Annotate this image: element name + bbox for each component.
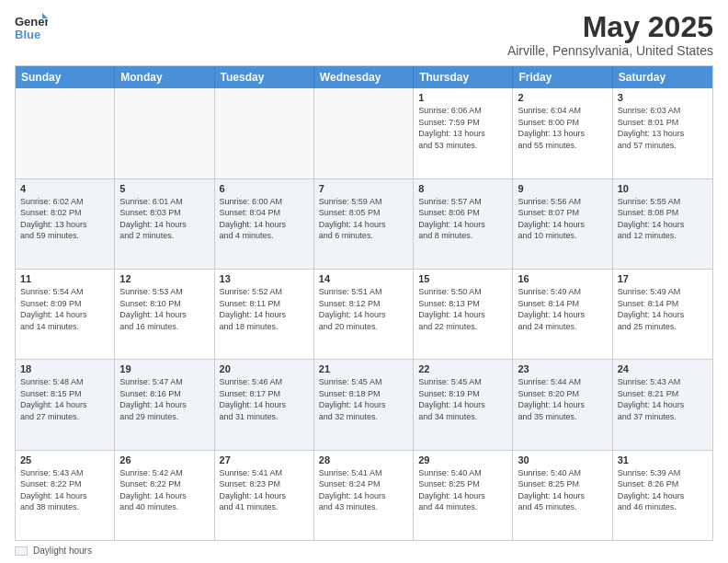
cal-cell: 28Sunrise: 5:41 AMSunset: 8:24 PMDayligh…	[314, 451, 414, 540]
day-info: Sunrise: 5:57 AMSunset: 8:06 PMDaylight:…	[418, 196, 507, 242]
cal-cell: 4Sunrise: 6:02 AMSunset: 8:02 PMDaylight…	[16, 179, 115, 269]
calendar-body: 1Sunrise: 6:06 AMSunset: 7:59 PMDaylight…	[16, 88, 712, 540]
cal-cell: 11Sunrise: 5:54 AMSunset: 8:09 PMDayligh…	[16, 270, 115, 359]
day-number: 6	[220, 183, 309, 194]
day-info: Sunrise: 5:41 AMSunset: 8:24 PMDaylight:…	[319, 467, 408, 513]
day-number: 2	[518, 92, 607, 103]
day-number: 16	[518, 273, 607, 284]
cal-cell: 10Sunrise: 5:55 AMSunset: 8:08 PMDayligh…	[613, 179, 712, 269]
day-number: 26	[119, 454, 209, 465]
svg-text:Blue: Blue	[15, 28, 40, 41]
day-number: 12	[119, 273, 209, 284]
day-info: Sunrise: 6:02 AMSunset: 8:02 PMDaylight:…	[20, 196, 109, 242]
day-info: Sunrise: 5:50 AMSunset: 8:13 PMDaylight:…	[418, 286, 507, 332]
legend-box	[15, 546, 28, 556]
day-info: Sunrise: 5:44 AMSunset: 8:20 PMDaylight:…	[518, 376, 607, 422]
day-info: Sunrise: 6:06 AMSunset: 7:59 PMDaylight:…	[418, 105, 507, 151]
day-number: 7	[319, 183, 408, 194]
cal-cell: 23Sunrise: 5:44 AMSunset: 8:20 PMDayligh…	[513, 360, 612, 449]
subtitle: Airville, Pennsylvania, United States	[507, 43, 713, 58]
day-number: 28	[319, 454, 408, 465]
cal-header-day: Friday	[513, 66, 612, 88]
day-info: Sunrise: 5:49 AMSunset: 8:14 PMDaylight:…	[518, 286, 607, 332]
cal-cell: 3Sunrise: 6:03 AMSunset: 8:01 PMDaylight…	[613, 88, 712, 178]
cal-week-row: 18Sunrise: 5:48 AMSunset: 8:15 PMDayligh…	[16, 360, 712, 450]
cal-cell: 19Sunrise: 5:47 AMSunset: 8:16 PMDayligh…	[115, 360, 214, 449]
day-number: 20	[220, 363, 309, 374]
cal-cell: 16Sunrise: 5:49 AMSunset: 8:14 PMDayligh…	[513, 270, 612, 359]
day-info: Sunrise: 5:51 AMSunset: 8:12 PMDaylight:…	[319, 286, 408, 332]
cal-cell: 14Sunrise: 5:51 AMSunset: 8:12 PMDayligh…	[314, 270, 414, 359]
day-number: 25	[20, 454, 109, 465]
day-info: Sunrise: 5:55 AMSunset: 8:08 PMDaylight:…	[618, 196, 708, 242]
day-number: 4	[20, 183, 109, 194]
cal-cell-empty	[16, 88, 115, 178]
day-info: Sunrise: 5:40 AMSunset: 8:25 PMDaylight:…	[418, 467, 507, 513]
cal-week-row: 11Sunrise: 5:54 AMSunset: 8:09 PMDayligh…	[16, 270, 712, 360]
cal-cell: 31Sunrise: 5:39 AMSunset: 8:26 PMDayligh…	[613, 451, 712, 540]
cal-cell: 21Sunrise: 5:45 AMSunset: 8:18 PMDayligh…	[314, 360, 414, 449]
page: General Blue May 2025 Airville, Pennsylv…	[0, 0, 728, 563]
day-number: 13	[220, 273, 309, 284]
day-number: 17	[618, 273, 708, 284]
footer: Daylight hours	[15, 546, 713, 556]
legend-label: Daylight hours	[33, 546, 92, 556]
cal-cell: 15Sunrise: 5:50 AMSunset: 8:13 PMDayligh…	[414, 270, 513, 359]
cal-cell: 8Sunrise: 5:57 AMSunset: 8:06 PMDaylight…	[414, 179, 513, 269]
cal-cell: 20Sunrise: 5:46 AMSunset: 8:17 PMDayligh…	[215, 360, 314, 449]
header: General Blue May 2025 Airville, Pennsylv…	[15, 11, 713, 58]
day-number: 14	[319, 273, 408, 284]
day-number: 21	[319, 363, 408, 374]
day-info: Sunrise: 5:56 AMSunset: 8:07 PMDaylight:…	[518, 196, 607, 242]
day-info: Sunrise: 5:48 AMSunset: 8:15 PMDaylight:…	[20, 376, 109, 422]
day-number: 23	[518, 363, 607, 374]
day-number: 19	[119, 363, 209, 374]
cal-cell-empty	[215, 88, 314, 178]
day-number: 11	[20, 273, 109, 284]
cal-week-row: 1Sunrise: 6:06 AMSunset: 7:59 PMDaylight…	[16, 88, 712, 178]
day-number: 5	[119, 183, 209, 194]
day-number: 1	[418, 92, 507, 103]
day-info: Sunrise: 5:41 AMSunset: 8:23 PMDaylight:…	[220, 467, 309, 513]
cal-cell: 7Sunrise: 5:59 AMSunset: 8:05 PMDaylight…	[314, 179, 414, 269]
cal-header-day: Wednesday	[314, 66, 414, 88]
logo-icon: General Blue	[15, 11, 48, 44]
cal-cell: 6Sunrise: 6:00 AMSunset: 8:04 PMDaylight…	[215, 179, 314, 269]
day-info: Sunrise: 5:40 AMSunset: 8:25 PMDaylight:…	[518, 467, 607, 513]
day-info: Sunrise: 5:45 AMSunset: 8:19 PMDaylight:…	[418, 376, 507, 422]
day-number: 8	[418, 183, 507, 194]
day-info: Sunrise: 5:59 AMSunset: 8:05 PMDaylight:…	[319, 196, 408, 242]
day-number: 10	[618, 183, 708, 194]
cal-cell: 2Sunrise: 6:04 AMSunset: 8:00 PMDaylight…	[513, 88, 612, 178]
day-info: Sunrise: 5:45 AMSunset: 8:18 PMDaylight:…	[319, 376, 408, 422]
day-info: Sunrise: 5:43 AMSunset: 8:22 PMDaylight:…	[20, 467, 109, 513]
cal-cell: 13Sunrise: 5:52 AMSunset: 8:11 PMDayligh…	[215, 270, 314, 359]
day-number: 18	[20, 363, 109, 374]
day-number: 15	[418, 273, 507, 284]
day-info: Sunrise: 5:49 AMSunset: 8:14 PMDaylight:…	[618, 286, 708, 332]
logo: General Blue	[15, 11, 48, 44]
calendar: SundayMondayTuesdayWednesdayThursdayFrid…	[15, 65, 713, 541]
cal-cell-empty	[115, 88, 214, 178]
cal-cell: 24Sunrise: 5:43 AMSunset: 8:21 PMDayligh…	[613, 360, 712, 449]
main-title: May 2025	[507, 11, 713, 43]
cal-cell: 30Sunrise: 5:40 AMSunset: 8:25 PMDayligh…	[513, 451, 612, 540]
day-info: Sunrise: 5:52 AMSunset: 8:11 PMDaylight:…	[220, 286, 309, 332]
cal-cell: 18Sunrise: 5:48 AMSunset: 8:15 PMDayligh…	[16, 360, 115, 449]
cal-cell: 9Sunrise: 5:56 AMSunset: 8:07 PMDaylight…	[513, 179, 612, 269]
cal-cell: 27Sunrise: 5:41 AMSunset: 8:23 PMDayligh…	[215, 451, 314, 540]
day-number: 31	[618, 454, 708, 465]
day-info: Sunrise: 6:03 AMSunset: 8:01 PMDaylight:…	[618, 105, 708, 151]
day-info: Sunrise: 5:43 AMSunset: 8:21 PMDaylight:…	[618, 376, 708, 422]
cal-cell: 17Sunrise: 5:49 AMSunset: 8:14 PMDayligh…	[613, 270, 712, 359]
day-number: 30	[518, 454, 607, 465]
day-number: 29	[418, 454, 507, 465]
calendar-header: SundayMondayTuesdayWednesdayThursdayFrid…	[16, 66, 712, 88]
cal-week-row: 25Sunrise: 5:43 AMSunset: 8:22 PMDayligh…	[16, 451, 712, 540]
cal-cell: 12Sunrise: 5:53 AMSunset: 8:10 PMDayligh…	[115, 270, 214, 359]
day-info: Sunrise: 5:54 AMSunset: 8:09 PMDaylight:…	[20, 286, 109, 332]
cal-cell-empty	[314, 88, 414, 178]
cal-cell: 25Sunrise: 5:43 AMSunset: 8:22 PMDayligh…	[16, 451, 115, 540]
cal-header-day: Monday	[115, 66, 214, 88]
day-number: 3	[618, 92, 708, 103]
